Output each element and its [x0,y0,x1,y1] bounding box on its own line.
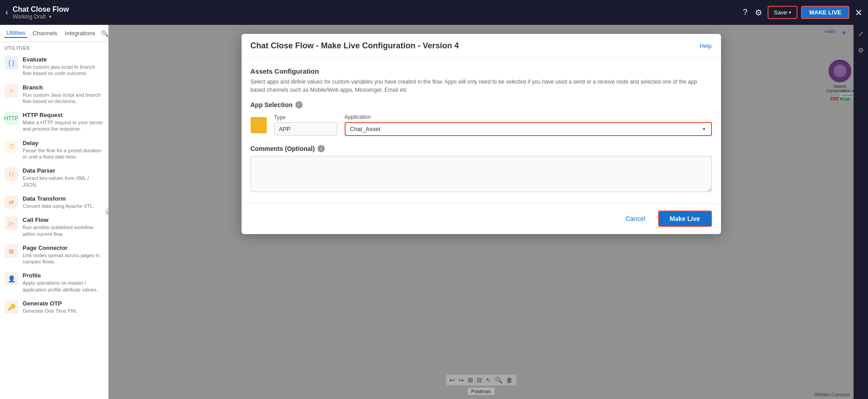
profile-icon: 👤 [5,272,18,286]
comments-section: Comments (Optional) i [251,145,712,194]
http-request-icon: HTTP [5,112,18,125]
app-title: Chat Close Flow [13,5,741,14]
evaluate-title: Evaluate [23,56,104,63]
close-nav-button[interactable]: ✕ [855,7,863,18]
modal-help-link[interactable]: Help [700,42,712,49]
call-flow-title: Call Flow [23,216,104,223]
http-request-title: HTTP Request [23,112,104,118]
evaluate-desc: Run custom java script to branch flow ba… [23,64,104,77]
branch-title: Branch [23,84,104,91]
app-selection-info-icon[interactable]: i [295,101,303,108]
page-connector-title: Page Connector [23,244,104,251]
data-transform-icon: ⇄ [5,195,18,209]
data-parser-title: Data Parser [23,167,104,174]
sidebar-tabs: Utilities Channels Integrations 🔍 [0,25,108,42]
sidebar-item-generate-otp[interactable]: 🔑 Generate OTP Generate One Time PIN. [0,296,108,318]
save-button[interactable]: Save ▾ [768,6,798,19]
sidebar-section-label: UTILITIES [0,42,108,52]
main-layout: Utilities Channels Integrations 🔍 UTILIT… [0,25,868,399]
branch-icon: ⑂ [5,84,18,98]
sidebar: Utilities Channels Integrations 🔍 UTILIT… [0,25,109,399]
profile-desc: Apply operations on master / application… [23,280,104,293]
profile-title: Profile [23,272,104,279]
right-panel-share-button[interactable]: ⤢ [856,28,865,39]
assets-config-desc: Select apps and define values for custom… [251,78,712,94]
app-type-icon [251,117,267,133]
data-transform-desc: Convert data using Apache VTL. [23,203,104,209]
tab-utilities[interactable]: Utilities [5,28,27,38]
application-select[interactable]: Chat_Asset ▼ [345,122,712,136]
search-icon[interactable]: 🔍 [101,30,109,37]
http-request-desc: Make a HTTP request to your server and p… [23,119,104,132]
sidebar-item-call-flow[interactable]: ▷ Call Flow Run another published workfl… [0,213,108,241]
page-connector-icon: ⊞ [5,244,18,258]
app-row: Type Application Chat_Asset ▼ [251,114,712,136]
app-subtitle: Working Draft ▾ [13,14,741,20]
data-parser-desc: Extract key-values from XML / JSON. [23,175,104,188]
save-dropdown-arrow: ▾ [789,10,791,15]
call-flow-desc: Run another published workflow within cu… [23,224,104,237]
top-nav: ‹ Chat Close Flow Working Draft ▾ ? ⚙ Sa… [0,0,868,25]
cancel-button[interactable]: Cancel [618,211,653,226]
app-selection-label: App Selection [251,101,293,108]
sidebar-item-branch[interactable]: ⑂ Branch Run custom Java script and bran… [0,80,108,108]
type-label: Type [274,114,337,121]
sidebar-item-http-request[interactable]: HTTP HTTP Request Make a HTTP request to… [0,108,108,136]
back-button[interactable]: ‹ [5,8,8,17]
generate-otp-title: Generate OTP [23,300,104,307]
comments-textarea[interactable] [251,156,712,192]
comments-header: Comments (Optional) i [251,145,712,152]
page-connector-desc: Link nodes spread across pages in comple… [23,252,104,265]
comments-label: Comments (Optional) [251,145,315,152]
application-label: Application [345,114,712,120]
sidebar-item-page-connector[interactable]: ⊞ Page Connector Link nodes spread acros… [0,241,108,269]
evaluate-icon: { } [5,56,18,70]
help-icon-btn[interactable]: ? [741,6,749,19]
make-live-nav-button[interactable]: MAKE LIVE [801,6,849,19]
branch-desc: Run custom Java script and branch flow b… [23,92,104,105]
right-panel: ⤢ ⚙ [854,25,868,399]
generate-otp-icon: 🔑 [5,300,18,314]
app-application-field: Application Chat_Asset ▼ [345,114,712,136]
subtitle-dropdown-arrow[interactable]: ▾ [49,14,52,20]
settings-icon-btn[interactable]: ⚙ [753,6,764,19]
sidebar-item-data-parser[interactable]: { } Data Parser Extract key-values from … [0,164,108,192]
comments-info-icon[interactable]: i [318,145,325,152]
modal-title: Chat Close Flow - Make Live Configuratio… [251,41,459,51]
sidebar-item-data-transform[interactable]: ⇄ Data Transform Convert data using Apac… [0,192,108,213]
application-select-value: Chat_Asset [350,126,702,132]
data-transform-title: Data Transform [23,195,104,202]
right-panel-settings-button[interactable]: ⚙ [856,45,866,56]
sidebar-item-profile[interactable]: 👤 Profile Apply operations on master / a… [0,268,108,296]
modal-overlay: Chat Close Flow - Make Live Configuratio… [109,25,854,399]
nav-right: ? ⚙ Save ▾ MAKE LIVE ✕ [741,6,863,19]
modal-body: Assets Configuration Select apps and def… [242,58,721,203]
nav-title-block: Chat Close Flow Working Draft ▾ [13,5,741,20]
assets-config-title: Assets Configuration [251,67,712,75]
application-select-arrow: ▼ [702,127,707,131]
data-parser-icon: { } [5,167,18,181]
delay-title: Delay [23,140,104,146]
canvas-area: main + Search Conversation·2 End gettin [109,25,854,399]
call-flow-icon: ▷ [5,216,18,230]
type-input[interactable] [274,122,337,136]
tab-integrations[interactable]: Integrations [63,29,97,38]
modal-footer: Cancel Make Live [242,203,721,234]
sidebar-items: { } Evaluate Run custom java script to b… [0,52,108,399]
app-selection-header: App Selection i [251,101,712,108]
generate-otp-desc: Generate One Time PIN. [23,308,104,314]
delay-desc: Pause the flow for a preset duration or … [23,147,104,160]
tab-channels[interactable]: Channels [31,29,59,38]
app-type-field: Type [274,114,337,136]
sidebar-item-delay[interactable]: ⏱ Delay Pause the flow for a preset dura… [0,136,108,164]
modal: Chat Close Flow - Make Live Configuratio… [242,34,721,234]
make-live-modal-button[interactable]: Make Live [658,211,712,227]
modal-header: Chat Close Flow - Make Live Configuratio… [242,34,721,58]
delay-icon: ⏱ [5,140,18,153]
sidebar-item-evaluate[interactable]: { } Evaluate Run custom java script to b… [0,52,108,80]
